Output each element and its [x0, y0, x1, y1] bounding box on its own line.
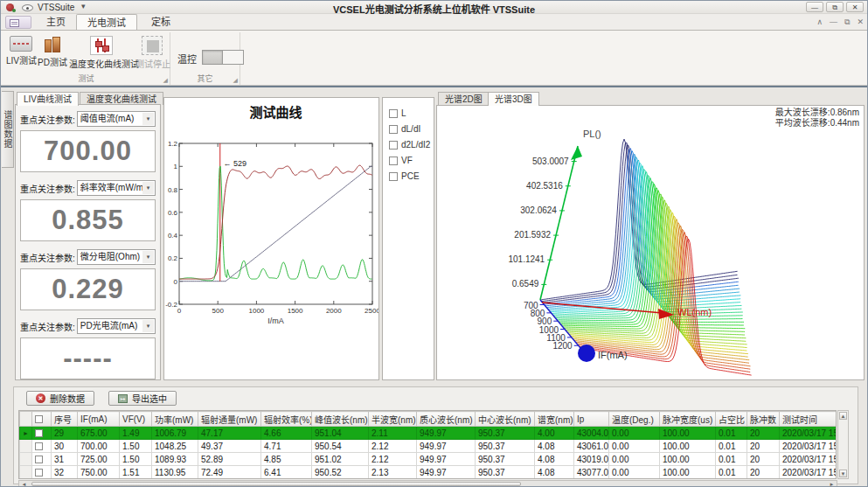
checkbox-box[interactable] — [389, 157, 398, 165]
scroll-right-icon[interactable]: ► — [828, 481, 836, 487]
column-header[interactable]: 序号 — [52, 412, 78, 427]
scroll-left-icon[interactable]: ◄ — [20, 481, 28, 487]
ribbon-tab-home[interactable]: 主页 — [36, 14, 76, 30]
column-header[interactable]: VF(V) — [120, 412, 152, 427]
column-header[interactable]: 辐射通量(mW) — [198, 412, 261, 427]
table-row[interactable]: ►29675.001.491006.7947.174.66951.042.119… — [20, 427, 837, 440]
close-button[interactable]: ✕ — [846, 2, 864, 12]
ribbon-collapse-icon[interactable]: ∧ — [816, 17, 823, 27]
temp-control-toggle[interactable] — [202, 50, 244, 65]
scrollbar-thumb[interactable] — [31, 482, 521, 486]
table-cell: 20 — [747, 453, 780, 466]
column-header[interactable]: 质心波长(nm) — [417, 412, 476, 427]
pd-test-button[interactable]: PD测试 — [38, 34, 67, 68]
table-cell: 20 — [747, 427, 780, 440]
scroll-down-icon[interactable]: ▼ — [839, 470, 847, 477]
sidebar-collapsed-tab[interactable]: 谱图数据 — [2, 91, 14, 168]
checkbox-d2ldi2[interactable]: d2L/dI2 — [389, 140, 430, 150]
delete-data-button[interactable]: ✕ 删除数据 — [26, 391, 94, 406]
column-header[interactable]: 脉冲宽度(us) — [660, 412, 716, 427]
column-header[interactable]: 脉冲数 — [747, 412, 780, 427]
ribbon-group-other: 温控 其它 ◢ — [170, 32, 240, 85]
table-row[interactable]: 30700.001.501048.2549.374.71950.542.1294… — [20, 440, 837, 453]
liv-test-button[interactable]: LIV测试 — [6, 34, 36, 66]
table-cell: 2020/03/17 15:00:59 — [780, 440, 837, 453]
column-header[interactable]: IF(mA) — [78, 412, 120, 427]
ribbon-tab-photoelectric-test[interactable]: 光电测试 — [76, 14, 137, 30]
checkbox-vf[interactable]: VF — [389, 156, 413, 165]
table-cell: 4.08 — [535, 453, 574, 466]
table-cell: 949.97 — [417, 427, 476, 440]
table-cell: 100.00 — [660, 440, 716, 453]
chevron-down-icon[interactable]: ▾ — [142, 320, 154, 332]
row-checkbox[interactable] — [32, 466, 52, 479]
column-header[interactable]: 测试时间 — [780, 412, 837, 427]
minimize-button[interactable]: — — [806, 2, 823, 12]
column-header[interactable]: 中心波长(nm) — [476, 412, 535, 427]
column-header[interactable]: 辐射效率(%) — [261, 412, 312, 427]
table-cell: 1.49 — [120, 427, 152, 440]
child-restore-button[interactable]: ⧉ — [844, 17, 850, 27]
tab-temp-curve-test[interactable]: 温度变化曲线测试 — [80, 92, 163, 105]
tab-liv-curve-test[interactable]: LIV曲线测试 — [17, 92, 79, 106]
checkbox-label: dL/dI — [401, 124, 420, 134]
results-table[interactable]: 序号IF(mA)VF(V)功率(mW)辐射通量(mW)辐射效率(%)峰值波长(n… — [18, 410, 837, 479]
param-select-pd-current[interactable]: PD光电流(mA)▾ — [77, 318, 156, 334]
checkbox-dldi[interactable]: dL/dI — [389, 124, 420, 134]
ribbon-tab-calibration[interactable]: 定标 — [141, 14, 181, 30]
scroll-up-icon[interactable]: ▲ — [839, 412, 847, 420]
app-window: VTSSuite ▾ VCSEL光电测试分析系统上位机软件 VTSSuite —… — [0, 0, 868, 487]
column-header[interactable]: 半波宽(nm) — [369, 412, 417, 427]
dialog-launcher-icon[interactable]: ◢ — [233, 77, 238, 84]
tab-spectrum-2d[interactable]: 光谱2D图 — [438, 92, 490, 105]
param-select-slope[interactable]: 斜率效率(mW/mA)▾ — [77, 180, 156, 196]
parameter-panel: 重点关注参数: 阈值电流(mA)▾ 700.00 重点关注参数: 斜率效率(mW… — [15, 104, 161, 380]
row-checkbox[interactable] — [32, 440, 52, 453]
table-cell: 2020/03/17 15:01:00 — [780, 466, 837, 479]
table-horizontal-scrollbar[interactable]: ◄ ► — [18, 480, 837, 487]
pd-test-icon — [43, 36, 62, 53]
toggle-off-half[interactable] — [203, 51, 223, 64]
checkbox-box[interactable] — [389, 141, 398, 150]
checkbox-box[interactable] — [389, 125, 398, 134]
export-selected-button[interactable]: ↦ 导出选中 — [108, 391, 177, 406]
table-vertical-scrollbar[interactable]: ▲ ▼ — [837, 410, 849, 479]
restore-button[interactable]: ⧉ — [826, 2, 844, 12]
checkbox-box[interactable] — [389, 109, 398, 118]
table-cell: 1089.93 — [152, 453, 198, 466]
column-header[interactable]: 功率(mW) — [152, 412, 198, 427]
table-cell: 700.00 — [78, 440, 120, 453]
column-header[interactable]: 占空比 — [716, 412, 747, 427]
table-cell: 29 — [52, 427, 78, 440]
column-header[interactable]: 谱宽(nm) — [535, 412, 574, 427]
row-checkbox[interactable] — [32, 427, 52, 440]
group-label-other: 其它 — [170, 73, 240, 84]
chevron-down-icon[interactable]: ▾ — [142, 182, 154, 194]
spectrum-3d-panel: 最大波长漂移:0.86nm 平均波长漂移:0.44nm PL()0.654910… — [436, 105, 865, 380]
child-minimize-button[interactable]: — — [830, 17, 837, 27]
dialog-launcher-icon[interactable]: ◢ — [163, 77, 168, 84]
select-all-checkbox[interactable] — [32, 412, 52, 427]
liv-chart-panel: 测试曲线05001000150020002500-0.200.20.40.60.… — [163, 97, 379, 380]
param-value-slope: 0.855 — [20, 199, 156, 241]
param-select-resistance[interactable]: 微分电阻(Ohm)▾ — [77, 249, 156, 265]
ribbon-tab-row: 主页 光电测试 定标 ∧ — ⧉ ✕ — [1, 14, 867, 30]
table-row[interactable]: 32750.001.511130.9572.496.41950.522.1394… — [20, 466, 837, 479]
checkbox-l[interactable]: L — [389, 108, 406, 118]
param-select-threshold[interactable]: 阈值电流(mA)▾ — [77, 111, 156, 127]
chevron-down-icon[interactable]: ▾ — [142, 113, 154, 125]
tab-spectrum-3d[interactable]: 光谱3D图 — [488, 92, 539, 106]
file-menu-button[interactable] — [5, 16, 31, 29]
temp-curve-test-button[interactable]: 温度变化曲线测试 — [69, 34, 134, 70]
table-row[interactable]: 31725.001.501089.9352.894.85951.022.1294… — [20, 453, 837, 466]
column-header[interactable]: 峰值波长(nm) — [312, 412, 369, 427]
checkbox-box[interactable] — [389, 172, 398, 181]
checkbox-pce[interactable]: PCE — [389, 171, 420, 181]
row-checkbox[interactable] — [32, 453, 52, 466]
chevron-down-icon[interactable]: ▾ — [142, 251, 154, 263]
column-header[interactable]: Ip — [574, 412, 609, 427]
table-cell: 100.00 — [660, 427, 716, 440]
column-header[interactable]: 温度(Deg.) — [609, 412, 660, 427]
y-tick-label: 0.4 — [168, 232, 178, 240]
child-close-button[interactable]: ✕ — [857, 17, 864, 27]
